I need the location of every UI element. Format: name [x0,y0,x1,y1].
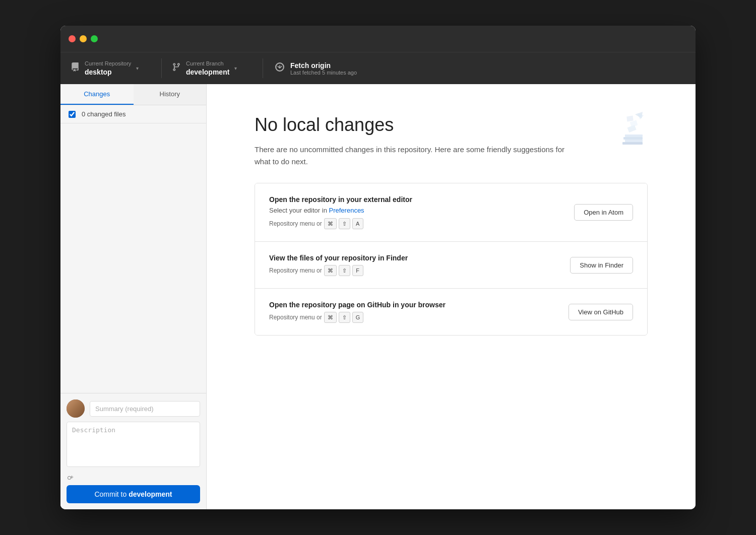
app-window: Current Repository desktop ▾ Current Bra… [60,26,696,509]
traffic-lights [69,35,98,42]
tab-history[interactable]: History [134,84,207,105]
minimize-button[interactable] [80,35,87,42]
action-card-github: Open the repository page on GitHub in yo… [255,289,647,335]
shortcut-key-cmd-f: ⌘ [324,265,337,276]
file-list [60,123,206,393]
tab-changes[interactable]: Changes [60,84,134,105]
changed-files-count: 0 changed files [82,110,125,118]
commit-button[interactable]: Commit to development [67,485,200,503]
add-coauthor-button[interactable] [67,473,75,481]
action-cards: Open the repository in your external edi… [255,183,648,336]
repository-icon [71,62,80,74]
sidebar: Changes History 0 changed files [60,84,207,509]
show-in-finder-button[interactable]: Show in Finder [570,257,633,274]
shortcut-key-a: A [352,218,363,229]
action-card-finder: View the files of your repository in Fin… [255,242,647,289]
fetch-label: Fetch origin Last fetched 5 minutes ago [290,61,357,76]
fetch-icon [275,62,284,74]
shortcut-prefix-finder: Repository menu or [269,267,322,274]
changed-files-row: 0 changed files [60,105,206,123]
card-github-info: Open the repository page on GitHub in yo… [269,301,556,323]
svg-rect-1 [623,137,643,140]
svg-rect-0 [625,135,643,137]
commit-area: Commit to development [60,393,206,509]
action-card-editor: Open the repository in your external edi… [255,183,647,242]
no-changes-desc: There are no uncommitted changes in this… [255,144,567,168]
card-finder-title: View the files of your repository in Fin… [269,254,558,262]
svg-rect-3 [622,142,643,145]
shortcut-key-f: F [352,265,363,276]
no-changes-title: No local changes [255,114,567,136]
right-panel: No local changes There are no uncommitte… [207,84,696,509]
view-on-github-button[interactable]: View on GitHub [569,304,633,320]
card-editor-shortcuts: Repository menu or ⌘ ⇧ A [269,218,562,229]
branch-icon [172,62,181,74]
shortcut-key-shift: ⇧ [339,218,350,229]
title-bar [60,26,696,52]
sidebar-tabs: Changes History [60,84,206,105]
avatar [67,399,85,418]
illustration [597,109,648,155]
shortcut-key-cmd: ⌘ [324,218,337,229]
repository-chevron-icon: ▾ [136,65,139,71]
repository-selector[interactable]: Current Repository desktop ▾ [60,52,161,84]
card-editor-info: Open the repository in your external edi… [269,195,562,229]
card-finder-shortcuts: Repository menu or ⌘ ⇧ F [269,265,558,276]
shortcut-key-shift-f: ⇧ [339,265,350,276]
summary-input[interactable] [90,401,200,417]
description-textarea[interactable] [67,422,200,467]
no-changes-header: No local changes There are no uncommitte… [255,114,648,168]
branch-chevron-icon: ▾ [234,65,237,71]
preferences-link[interactable]: Preferences [329,207,364,214]
shortcut-key-g: G [352,312,364,323]
shortcut-prefix: Repository menu or [269,220,322,227]
no-changes-content: No local changes There are no uncommitte… [255,114,648,336]
card-editor-title: Open the repository in your external edi… [269,195,562,204]
repository-label: Current Repository desktop [85,60,131,76]
branch-selector[interactable]: Current Branch development ▾ [162,52,263,84]
toolbar: Current Repository desktop ▾ Current Bra… [60,52,696,84]
open-in-atom-button[interactable]: Open in Atom [574,204,633,221]
commit-top [67,399,200,418]
changed-files-checkbox[interactable] [69,111,76,118]
card-github-title: Open the repository page on GitHub in yo… [269,301,556,309]
fetch-origin-button[interactable]: Fetch origin Last fetched 5 minutes ago [263,52,696,84]
card-finder-info: View the files of your repository in Fin… [269,254,558,276]
main-content: Changes History 0 changed files [60,84,696,509]
card-github-shortcuts: Repository menu or ⌘ ⇧ G [269,312,556,323]
maximize-button[interactable] [91,35,98,42]
svg-rect-2 [625,140,643,142]
shortcut-prefix-github: Repository menu or [269,314,322,321]
no-changes-text: No local changes There are no uncommitte… [255,114,567,168]
branch-label: Current Branch development [186,60,229,76]
avatar-image [67,399,85,418]
close-button[interactable] [69,35,76,42]
card-editor-desc: Select your editor in Preferences [269,207,562,214]
commit-footer [67,473,200,481]
shortcut-key-shift-g: ⇧ [339,312,350,323]
shortcut-key-cmd-g: ⌘ [324,312,337,323]
